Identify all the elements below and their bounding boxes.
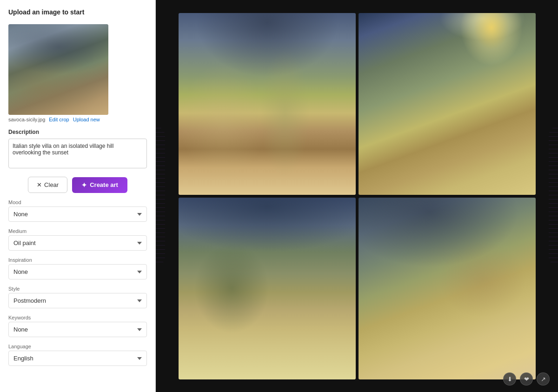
description-input[interactable]: Italian style villa on an isolated villa… xyxy=(8,139,147,168)
clear-label: Clear xyxy=(44,181,59,188)
image-meta: savoca-sicily.jpg Edit crop Upload new xyxy=(8,117,147,122)
image-preview xyxy=(8,24,108,115)
create-art-button[interactable]: ✦ Create art xyxy=(72,177,127,193)
sparkle-icon: ✦ xyxy=(81,181,87,189)
create-label: Create art xyxy=(90,181,118,188)
mood-label: Mood xyxy=(8,199,147,205)
keywords-select[interactable]: None Landscape Portrait Architecture Nat… xyxy=(8,322,147,337)
style-select[interactable]: None Realism Abstract Postmodern Express… xyxy=(8,293,147,308)
download-button[interactable]: ⬇ xyxy=(503,372,516,385)
medium-select[interactable]: Oil paint Watercolor Acrylic Pastel Char… xyxy=(8,235,147,251)
art-cell-2[interactable] xyxy=(359,13,536,195)
language-select[interactable]: English Spanish French German Italian Ja… xyxy=(8,351,147,366)
action-buttons: ✕ Clear ✦ Create art xyxy=(8,177,147,193)
page-title: Upload an image to start xyxy=(8,8,147,16)
image-filename: savoca-sicily.jpg xyxy=(8,117,45,122)
share-button[interactable]: ↗ xyxy=(537,372,550,385)
keywords-label: Keywords xyxy=(8,315,147,320)
download-icon: ⬇ xyxy=(507,376,512,383)
upload-new-link[interactable]: Upload new xyxy=(73,117,100,122)
description-group: Description Italian style villa on an is… xyxy=(8,129,147,168)
medium-group: Medium Oil paint Watercolor Acrylic Past… xyxy=(8,228,147,251)
share-icon: ↗ xyxy=(541,376,546,383)
uploaded-image xyxy=(8,24,108,115)
inspiration-label: Inspiration xyxy=(8,257,147,263)
art-cell-4[interactable] xyxy=(359,198,536,379)
clear-button[interactable]: ✕ Clear xyxy=(28,177,67,193)
art-cell-3[interactable] xyxy=(179,198,356,379)
medium-label: Medium xyxy=(8,228,147,234)
mood-group: Mood None Happy Melancholic Dramatic Pea… xyxy=(8,199,147,222)
inspiration-select[interactable]: None Renaissance Impressionism Baroque R… xyxy=(8,264,147,279)
uploaded-image-container: savoca-sicily.jpg Edit crop Upload new xyxy=(8,24,147,122)
bottom-icons: ⬇ ❤ ↗ xyxy=(503,372,550,385)
description-label: Description xyxy=(8,129,147,135)
style-group: Style None Realism Abstract Postmodern E… xyxy=(8,286,147,308)
language-label: Language xyxy=(8,344,147,349)
art-cell-1[interactable] xyxy=(179,13,356,195)
favorite-button[interactable]: ❤ xyxy=(520,372,533,385)
favorite-icon: ❤ xyxy=(524,376,529,383)
art-grid xyxy=(176,10,538,382)
keywords-group: Keywords None Landscape Portrait Archite… xyxy=(8,315,147,337)
art-panel: ⬇ ❤ ↗ xyxy=(156,0,558,392)
edit-crop-link[interactable]: Edit crop xyxy=(49,117,69,122)
language-group: Language English Spanish French German I… xyxy=(8,344,147,366)
style-label: Style xyxy=(8,286,147,292)
x-icon: ✕ xyxy=(37,181,42,188)
mood-select[interactable]: None Happy Melancholic Dramatic Peaceful… xyxy=(8,206,147,222)
inspiration-group: Inspiration None Renaissance Impressioni… xyxy=(8,257,147,279)
left-panel: Upload an image to start savoca-sicily.j… xyxy=(0,0,156,392)
